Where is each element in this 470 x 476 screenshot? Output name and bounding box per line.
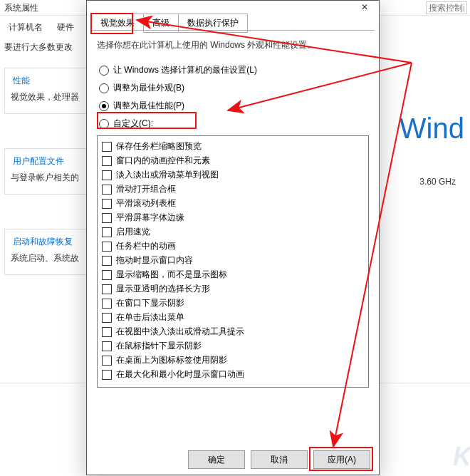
checkbox-label: 平滑滚动列表框 xyxy=(116,197,176,209)
checkbox-label: 在桌面上为图标标签使用阴影 xyxy=(116,354,227,366)
checkbox-icon xyxy=(102,313,112,323)
effect-checkbox[interactable]: 淡入淡出或滑动菜单到视图 xyxy=(102,169,365,181)
checkbox-icon xyxy=(102,142,112,152)
radio-custom[interactable]: 自定义(C): xyxy=(97,118,369,130)
checkbox-icon xyxy=(102,299,112,309)
checkbox-label: 显示缩略图，而不是显示图标 xyxy=(116,269,227,281)
checkbox-label: 在窗口下显示阴影 xyxy=(116,297,184,309)
checkbox-icon xyxy=(102,284,112,294)
performance-options-dialog: ✕ 视觉效果 高级 数据执行保护 选择你想在此计算机上使用的 Windows 外… xyxy=(86,0,380,475)
search-input[interactable] xyxy=(426,1,467,14)
radio-label: 调整为最佳性能(P) xyxy=(113,100,184,112)
perf-title: 性能 xyxy=(11,75,32,87)
checkbox-label: 拖动时显示窗口内容 xyxy=(116,254,193,267)
checkbox-label: 窗口内的动画控件和元素 xyxy=(116,155,210,167)
checkbox-icon xyxy=(102,156,112,166)
effect-checkbox[interactable]: 平滑滚动列表框 xyxy=(102,197,365,209)
checkbox-icon xyxy=(102,242,112,252)
radio-label: 调整为最佳外观(B) xyxy=(113,82,184,94)
checkbox-icon xyxy=(102,327,112,337)
windows-brand: Wind xyxy=(400,113,464,145)
effect-checkbox[interactable]: 在单击后淡出菜单 xyxy=(102,311,365,324)
effect-checkbox[interactable]: 拖动时显示窗口内容 xyxy=(102,254,365,267)
watermark: K xyxy=(453,442,470,472)
checkbox-icon xyxy=(102,213,112,223)
checkbox-label: 任务栏中的动画 xyxy=(116,240,176,252)
close-icon[interactable]: ✕ xyxy=(350,1,379,14)
radio-let-windows[interactable]: 让 Windows 选择计算机的最佳设置(L) xyxy=(97,64,369,76)
effect-checkbox[interactable]: 保存任务栏缩略图预览 xyxy=(102,140,365,152)
radio-icon xyxy=(99,66,109,76)
ok-button[interactable]: 确定 xyxy=(188,450,245,469)
effect-checkbox[interactable]: 任务栏中的动画 xyxy=(102,240,365,252)
effects-list: 保存任务栏缩略图预览窗口内的动画控件和元素淡入淡出或滑动菜单到视图滑动打开组合框… xyxy=(97,135,369,388)
radio-label: 自定义(C): xyxy=(113,118,153,130)
radio-best-performance[interactable]: 调整为最佳性能(P) xyxy=(97,100,369,112)
effect-checkbox[interactable]: 滑动打开组合框 xyxy=(102,183,365,195)
checkbox-icon xyxy=(102,170,112,180)
effect-checkbox[interactable]: 在鼠标指针下显示阴影 xyxy=(102,340,365,352)
radio-label: 让 Windows 选择计算机的最佳设置(L) xyxy=(113,64,257,76)
effect-checkbox[interactable]: 在窗口下显示阴影 xyxy=(102,297,365,309)
checkbox-icon xyxy=(102,256,112,266)
effect-checkbox[interactable]: 在最大化和最小化时显示窗口动画 xyxy=(102,368,365,381)
effect-checkbox[interactable]: 显示缩略图，而不是显示图标 xyxy=(102,269,365,281)
cpu-speed: 3.60 GHz xyxy=(419,177,456,187)
checkbox-label: 在鼠标指针下显示阴影 xyxy=(116,340,202,352)
radio-best-appearance[interactable]: 调整为最佳外观(B) xyxy=(97,82,369,94)
effect-checkbox[interactable]: 在桌面上为图标标签使用阴影 xyxy=(102,354,365,366)
search-area xyxy=(426,1,467,14)
checkbox-label: 在视图中淡入淡出或滑动工具提示 xyxy=(116,326,244,338)
effect-checkbox[interactable]: 启用速览 xyxy=(102,226,365,238)
apply-button[interactable]: 应用(A) xyxy=(313,450,370,469)
checkbox-label: 显示亚透明的选择长方形 xyxy=(116,283,210,295)
cancel-button[interactable]: 取消 xyxy=(251,450,308,469)
effect-checkbox[interactable]: 在视图中淡入淡出或滑动工具提示 xyxy=(102,326,365,338)
checkbox-icon xyxy=(102,341,112,351)
checkbox-label: 淡入淡出或滑动菜单到视图 xyxy=(116,169,219,181)
checkbox-icon xyxy=(102,356,112,366)
effect-checkbox[interactable]: 显示亚透明的选择长方形 xyxy=(102,283,365,295)
radio-icon xyxy=(99,83,109,93)
checkbox-icon xyxy=(102,185,112,195)
checkbox-label: 在单击后淡出菜单 xyxy=(116,311,184,324)
tab-hardware[interactable]: 硬件 xyxy=(53,19,78,36)
tab-computer-name[interactable]: 计算机名 xyxy=(4,19,47,36)
radio-icon xyxy=(99,119,109,129)
checkbox-label: 在最大化和最小化时显示窗口动画 xyxy=(116,368,244,381)
effect-checkbox[interactable]: 窗口内的动画控件和元素 xyxy=(102,155,365,167)
checkbox-label: 启用速览 xyxy=(116,226,150,238)
radio-icon xyxy=(99,101,109,111)
checkbox-icon xyxy=(102,370,112,380)
checkbox-label: 滑动打开组合框 xyxy=(116,183,176,195)
checkbox-icon xyxy=(102,227,112,237)
intro-text: 选择你想在此计算机上使用的 Windows 外观和性能设置。 xyxy=(97,39,369,51)
effect-checkbox[interactable]: 平滑屏幕字体边缘 xyxy=(102,212,365,224)
checkbox-icon xyxy=(102,270,112,280)
checkbox-label: 保存任务栏缩略图预览 xyxy=(116,140,202,152)
checkbox-label: 平滑屏幕字体边缘 xyxy=(116,212,184,224)
checkbox-icon xyxy=(102,199,112,209)
profile-title: 用户配置文件 xyxy=(11,155,66,167)
startup-title: 启动和故障恢复 xyxy=(11,236,75,248)
